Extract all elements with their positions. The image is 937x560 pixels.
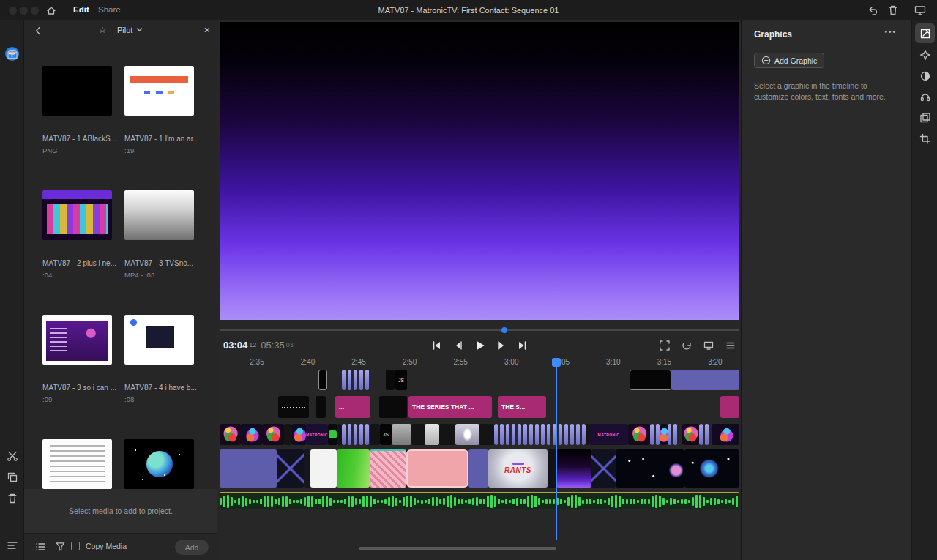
- media-item[interactable]: MATV87 - 2 plus i ne...:04: [42, 190, 112, 307]
- timeline-audio-track[interactable]: [220, 492, 739, 509]
- timeline-settings-icon[interactable]: [723, 337, 739, 354]
- preview-scrubber-handle[interactable]: [501, 327, 507, 333]
- copy-media-checkbox[interactable]: [71, 542, 80, 550]
- media-thumbnail[interactable]: [42, 66, 112, 116]
- timeline-clip[interactable]: [668, 424, 682, 445]
- play-button[interactable]: [471, 337, 488, 354]
- split-clip-icon[interactable]: [3, 447, 21, 465]
- timeline-clip[interactable]: [220, 424, 241, 445]
- quality-monitor-icon[interactable]: [701, 337, 717, 354]
- add-graphic-button[interactable]: Add Graphic: [754, 53, 824, 68]
- duplicate-icon[interactable]: [3, 468, 21, 486]
- timeline-clip[interactable]: [292, 424, 306, 445]
- timeline-clip[interactable]: [379, 396, 407, 418]
- timeline-clip[interactable]: [406, 449, 468, 488]
- timeline-clip[interactable]: RANTS: [488, 449, 548, 488]
- media-browser-icon[interactable]: [3, 45, 21, 63]
- list-view-icon[interactable]: [34, 541, 46, 553]
- crop-rotate-tool[interactable]: [915, 129, 935, 149]
- timeline-clip[interactable]: ...: [335, 396, 370, 418]
- timeline-clip[interactable]: [468, 449, 488, 488]
- timeline-clip[interactable]: [556, 449, 591, 488]
- window-zoom-dot[interactable]: [31, 7, 39, 15]
- timeline-clip[interactable]: JS: [395, 370, 407, 390]
- media-thumbnail[interactable]: [124, 190, 194, 240]
- color-tool[interactable]: [915, 66, 935, 86]
- effects-tool[interactable]: [915, 45, 935, 64]
- undo-icon[interactable]: [867, 4, 878, 16]
- timeline-clip[interactable]: [284, 424, 292, 445]
- timeline-clip[interactable]: [316, 396, 326, 418]
- timeline-clip[interactable]: MATRONIC: [306, 424, 328, 445]
- media-thumbnail[interactable]: [42, 315, 112, 365]
- step-forward-button[interactable]: [493, 337, 509, 354]
- timeline-clip[interactable]: [591, 449, 616, 488]
- bin-selector[interactable]: ☆- Pilot: [24, 25, 217, 35]
- timeline-clip[interactable]: [278, 396, 309, 418]
- timeline-clip[interactable]: [712, 424, 739, 445]
- timeline-clip[interactable]: [392, 424, 411, 445]
- timeline-clip[interactable]: [455, 424, 479, 445]
- timeline-clip[interactable]: [370, 424, 380, 445]
- graphics-tool[interactable]: [915, 23, 935, 43]
- timeline-clip[interactable]: THE SERIES THAT ...: [408, 396, 492, 418]
- window-minimize-dot[interactable]: [20, 7, 28, 15]
- tab-share[interactable]: Share: [98, 5, 121, 14]
- timeline-clip[interactable]: [616, 449, 684, 488]
- timeline-track-main-video[interactable]: RANTS: [220, 449, 739, 488]
- timeline-clip[interactable]: [386, 370, 395, 390]
- playhead[interactable]: [556, 358, 557, 540]
- media-item[interactable]: MATV87 - 3 TVSno...MP4 - :03: [124, 190, 194, 307]
- timeline-clip[interactable]: THE S...: [498, 396, 546, 418]
- sequence-tracks-icon[interactable]: [3, 536, 21, 554]
- timeline-clip[interactable]: [337, 449, 370, 488]
- timeline-clip[interactable]: [411, 424, 425, 445]
- timeline-clip[interactable]: [479, 424, 494, 445]
- timeline-clip[interactable]: [425, 424, 439, 445]
- timeline-clip[interactable]: [660, 424, 668, 445]
- display-icon[interactable]: [914, 4, 927, 16]
- panzoom-tool[interactable]: [915, 108, 935, 127]
- timeline-clip[interactable]: [370, 449, 406, 488]
- timeline-clip[interactable]: [684, 449, 739, 488]
- media-thumbnail[interactable]: [124, 315, 194, 365]
- delete-icon[interactable]: [887, 4, 899, 16]
- media-item[interactable]: MATV87 - 3 so i can ...:09: [42, 315, 112, 432]
- timeline-clip[interactable]: [699, 424, 712, 445]
- timeline-clip[interactable]: [630, 370, 671, 390]
- timeline-track-overlay-2[interactable]: MATRONICJSMATRONIC: [220, 424, 739, 445]
- timeline-clip[interactable]: [310, 449, 337, 488]
- step-back-button[interactable]: [450, 337, 466, 354]
- media-thumbnail[interactable]: [42, 190, 112, 240]
- filter-icon[interactable]: [55, 541, 66, 552]
- timeline-clip[interactable]: [342, 370, 370, 390]
- timeline-clip[interactable]: [262, 424, 284, 445]
- add-button[interactable]: Add: [175, 540, 209, 555]
- window-close-dot[interactable]: [9, 7, 17, 15]
- preview-scrubber[interactable]: [220, 329, 739, 331]
- timeline-clip[interactable]: [318, 370, 327, 390]
- timeline-clip[interactable]: [671, 370, 739, 390]
- skip-end-button[interactable]: [515, 337, 531, 354]
- timeline-track-overlay-1[interactable]: JS: [220, 370, 739, 390]
- timeline-clip[interactable]: MATRONIC: [589, 424, 628, 445]
- timeline-clip[interactable]: [650, 424, 660, 445]
- media-thumbnail[interactable]: [124, 66, 194, 116]
- timeline-clip[interactable]: [494, 424, 586, 445]
- skip-start-button[interactable]: [428, 337, 444, 354]
- timeline-clip[interactable]: [342, 424, 370, 445]
- timeline-clip[interactable]: [720, 396, 739, 418]
- timeline-clip[interactable]: [328, 424, 337, 445]
- timeline-clip[interactable]: JS: [380, 424, 392, 445]
- fit-screen-icon[interactable]: [657, 337, 673, 354]
- timeline-clip[interactable]: [220, 449, 277, 488]
- timeline-clip[interactable]: [241, 424, 262, 445]
- media-thumbnail[interactable]: [42, 439, 112, 489]
- panel-menu-icon[interactable]: •••: [884, 28, 897, 36]
- timeline-clip[interactable]: [682, 424, 699, 445]
- trash-icon[interactable]: [3, 489, 21, 507]
- media-item[interactable]: MATV87 - 1 ABlackS...PNG: [42, 66, 112, 183]
- timeline-clip[interactable]: [277, 449, 304, 488]
- audio-tool[interactable]: [915, 86, 935, 106]
- timeline-clip[interactable]: [628, 424, 650, 445]
